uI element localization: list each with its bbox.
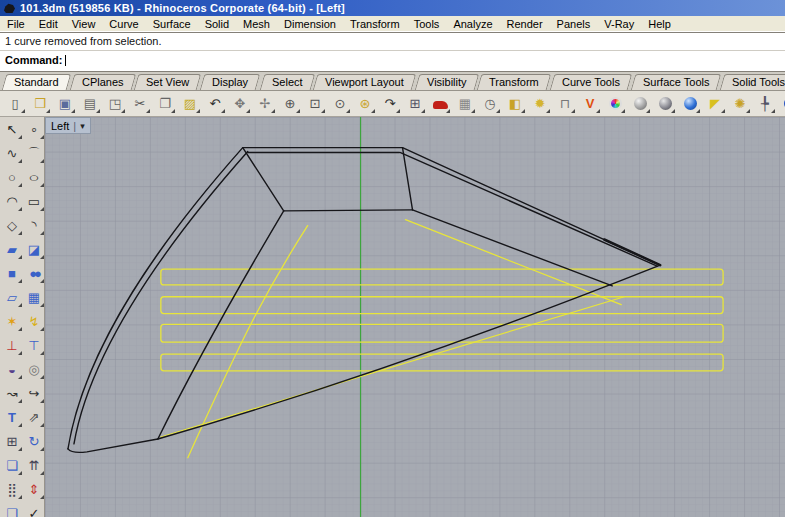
toolbar-undo-icon[interactable]: ↶ bbox=[203, 92, 227, 115]
menu-item-render[interactable]: Render bbox=[500, 17, 550, 31]
menu-item-view[interactable]: View bbox=[65, 17, 103, 31]
toolbar-zoom-selected-icon[interactable]: ⊙ bbox=[328, 92, 352, 115]
palette-array-linear-icon[interactable]: ⇈ bbox=[22, 453, 46, 477]
palette-rotate-icon[interactable]: ↻ bbox=[22, 429, 46, 453]
toolbar-zoom-dynamic-icon[interactable]: ⊕ bbox=[278, 92, 302, 115]
toolbar-analyze-sheet-icon[interactable]: ▦ bbox=[453, 92, 477, 115]
toolbar-zoom-extents-icon[interactable]: ⊛ bbox=[353, 92, 377, 115]
palette-selection-check-icon[interactable]: ✓ bbox=[22, 501, 46, 517]
viewport-title-box[interactable]: Left | ▾ bbox=[45, 117, 91, 134]
palette-select-icon[interactable]: ↖ bbox=[0, 117, 24, 141]
toolbar-export-icon[interactable]: ◳ bbox=[103, 92, 127, 115]
toolbar-lamp-icon[interactable]: ✹ bbox=[528, 92, 552, 115]
palette-boolean-difference-icon[interactable]: ◎ bbox=[22, 357, 46, 381]
palette-copy-objects-icon[interactable]: ❑ bbox=[0, 501, 24, 517]
palette-surface-plane-icon[interactable]: ▰ bbox=[0, 237, 24, 261]
tab-solid-tools[interactable]: Solid Tools bbox=[720, 74, 785, 90]
palette-surface-loft-icon[interactable]: ◪ bbox=[22, 237, 46, 261]
palette-section-icon[interactable]: ⇕ bbox=[22, 477, 46, 501]
toolbar-save-icon[interactable]: ▣ bbox=[53, 92, 77, 115]
analyze-sheet-glyph: ▦ bbox=[459, 97, 471, 110]
toolbar-paste-icon[interactable]: ▨ bbox=[178, 92, 202, 115]
toolbar-help-icon[interactable]: ? bbox=[778, 92, 785, 115]
palette-boolean-union-icon[interactable]: ◒ bbox=[0, 357, 24, 381]
tab-curve-tools[interactable]: Curve Tools bbox=[550, 74, 632, 90]
menu-item-surface[interactable]: Surface bbox=[146, 17, 198, 31]
palette-ellipse-icon[interactable]: ○ bbox=[22, 165, 46, 189]
toolbar-material-sphere-icon[interactable] bbox=[653, 92, 677, 115]
toolbar-viewport-layout-icon[interactable]: ⊞ bbox=[403, 92, 427, 115]
palette-polygon-icon[interactable]: ◇ bbox=[0, 213, 24, 237]
palette-join-icon[interactable]: ⊤ bbox=[22, 333, 46, 357]
palette-split-icon[interactable]: ⊥ bbox=[0, 333, 24, 357]
menu-item-help[interactable]: Help bbox=[641, 17, 678, 31]
palette-explode-icon[interactable]: ✶ bbox=[0, 309, 24, 333]
menu-item-solid[interactable]: Solid bbox=[198, 17, 236, 31]
palette-rectangle-icon[interactable]: ▭ bbox=[22, 189, 46, 213]
palette-block-icon[interactable]: ⊞ bbox=[0, 429, 24, 453]
palette-fillet-curve-icon[interactable]: ↪ bbox=[22, 381, 46, 405]
tab-surface-tools[interactable]: Surface Tools bbox=[631, 74, 722, 90]
toolbar-cut-icon[interactable]: ✂ bbox=[128, 92, 152, 115]
tab-transform[interactable]: Transform bbox=[477, 74, 551, 90]
toolbar-print-icon[interactable]: ▤ bbox=[78, 92, 102, 115]
toolbar-dial-icon[interactable]: ◷ bbox=[478, 92, 502, 115]
window-titlebar[interactable]: 101.3dm (519856 KB) - Rhinoceros Corpora… bbox=[0, 0, 785, 16]
tab-set-view[interactable]: Set View bbox=[134, 74, 202, 90]
tab-cplanes[interactable]: CPlanes bbox=[69, 74, 135, 90]
palette-extend-curve-icon[interactable]: ↝ bbox=[0, 381, 24, 405]
toolbar-move-view-icon[interactable]: ✢ bbox=[253, 92, 277, 115]
toolbar-environment-sphere-icon[interactable] bbox=[678, 92, 702, 115]
chevron-down-icon[interactable]: ▾ bbox=[80, 121, 85, 131]
menu-item-dimension[interactable]: Dimension bbox=[277, 17, 343, 31]
palette-surface-patch-icon[interactable]: ▦ bbox=[22, 285, 46, 309]
menu-item-v-ray[interactable]: V-Ray bbox=[597, 17, 641, 31]
menu-item-transform[interactable]: Transform bbox=[343, 17, 407, 31]
palette-array-rect-icon[interactable]: ⣿ bbox=[0, 477, 24, 501]
palette-move-icon[interactable]: ⇗ bbox=[22, 405, 46, 429]
palette-trim-icon[interactable]: ↯ bbox=[22, 309, 46, 333]
tab-viewport-layout[interactable]: Viewport Layout bbox=[313, 74, 416, 90]
palette-point-icon[interactable]: ∘ bbox=[22, 117, 46, 141]
tab-select[interactable]: Select bbox=[259, 74, 314, 90]
tab-standard[interactable]: Standard bbox=[2, 74, 71, 90]
viewport-canvas[interactable] bbox=[45, 117, 785, 517]
toolbar-pan-icon[interactable]: ✥ bbox=[228, 92, 252, 115]
palette-solid-fillet-icon[interactable]: ❏ bbox=[0, 453, 24, 477]
tab-display[interactable]: Display bbox=[200, 74, 261, 90]
palette-solid-box-icon[interactable]: ■ bbox=[0, 261, 24, 285]
palette-polyline-icon[interactable]: ∿ bbox=[0, 141, 24, 165]
menu-item-mesh[interactable]: Mesh bbox=[236, 17, 277, 31]
toolbar-copy-icon[interactable]: ❐ bbox=[153, 92, 177, 115]
toolbar-lock-icon[interactable]: ⊓ bbox=[553, 92, 577, 115]
toolbar-render-preview-sphere-icon[interactable] bbox=[628, 92, 652, 115]
viewport-left[interactable]: Left | ▾ bbox=[45, 117, 785, 517]
toolbar-render-car-icon[interactable] bbox=[428, 92, 452, 115]
toolbar-options-gear-icon[interactable]: ✺ bbox=[728, 92, 752, 115]
toolbar-selection-filter-icon[interactable]: ◧ bbox=[503, 92, 527, 115]
tab-visibility[interactable]: Visibility bbox=[415, 74, 479, 90]
toolbar-object-links-icon[interactable]: ╄ bbox=[753, 92, 777, 115]
palette-curve-interpolate-icon[interactable]: ⌒ bbox=[22, 141, 46, 165]
palette-arc-icon[interactable]: ◠ bbox=[0, 189, 24, 213]
menu-item-edit[interactable]: Edit bbox=[32, 17, 65, 31]
palette-circle-icon[interactable]: ○ bbox=[0, 165, 24, 189]
palette-text-icon[interactable]: T bbox=[0, 405, 24, 429]
menu-item-tools[interactable]: Tools bbox=[407, 17, 447, 31]
toolbar-open-file-icon[interactable]: ❒ bbox=[28, 92, 52, 115]
command-input[interactable]: Command: bbox=[0, 51, 785, 69]
toolbar-zoom-window-icon[interactable]: ⊡ bbox=[303, 92, 327, 115]
toolbar-vray-icon[interactable]: V bbox=[578, 92, 602, 115]
toolbar-new-file-icon[interactable]: ▯ bbox=[3, 92, 27, 115]
toolbar-undo-view-change-icon[interactable]: ↷ bbox=[378, 92, 402, 115]
menu-item-curve[interactable]: Curve bbox=[102, 17, 145, 31]
model-black-curve[interactable] bbox=[284, 210, 413, 211]
toolbar-snap-cursor-icon[interactable]: ◤ bbox=[703, 92, 727, 115]
palette-solid-sphere-icon[interactable]: ●● bbox=[22, 261, 46, 285]
menu-item-panels[interactable]: Panels bbox=[550, 17, 598, 31]
toolbar-color-wheel-icon[interactable] bbox=[603, 92, 627, 115]
menu-item-file[interactable]: File bbox=[0, 17, 32, 31]
palette-curve-handle-icon[interactable]: ◝ bbox=[22, 213, 46, 237]
palette-solid-cylinder-icon[interactable]: ▱ bbox=[0, 285, 24, 309]
menu-item-analyze[interactable]: Analyze bbox=[446, 17, 499, 31]
